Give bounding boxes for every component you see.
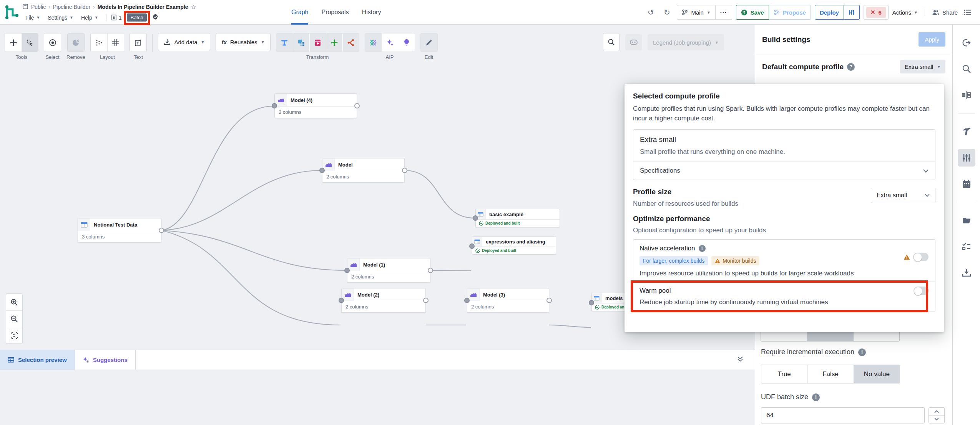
- input-port[interactable]: [339, 298, 344, 303]
- branch-more-button[interactable]: ···: [716, 5, 732, 20]
- apply-button[interactable]: Apply: [919, 32, 945, 47]
- auto-layout-button[interactable]: [91, 33, 107, 52]
- actions-button[interactable]: Actions▼: [892, 9, 918, 16]
- output-port[interactable]: [402, 168, 407, 173]
- redo-icon[interactable]: ↻: [661, 6, 673, 18]
- menu-settings[interactable]: Settings▼: [45, 14, 76, 22]
- reusables-button[interactable]: fx Reusables▼: [216, 33, 270, 51]
- option-no-value[interactable]: No value: [854, 365, 900, 383]
- info-icon[interactable]: i: [812, 393, 820, 401]
- deploy-button[interactable]: Deploy: [815, 5, 844, 20]
- input-port[interactable]: [272, 103, 277, 108]
- grid-layout-button[interactable]: [107, 33, 124, 52]
- search-icon[interactable]: [958, 60, 975, 78]
- info-icon[interactable]: i: [699, 245, 706, 252]
- add-text-button[interactable]: [130, 33, 146, 52]
- branch-selector[interactable]: Main▼: [677, 5, 715, 20]
- output-port[interactable]: [423, 298, 429, 303]
- graph-node-model-3[interactable]: Model (3) 2 columns: [467, 288, 549, 313]
- checklist-icon[interactable]: [958, 238, 975, 255]
- pipeline-builder-logo-icon[interactable]: [3, 3, 21, 22]
- edit-pencil-icon[interactable]: [421, 33, 437, 52]
- graph-node-basic-example[interactable]: basic example Deployed and built: [475, 209, 560, 227]
- input-port[interactable]: [473, 215, 478, 221]
- option-false[interactable]: False: [807, 365, 853, 383]
- aip-sparkles-icon[interactable]: [382, 33, 398, 52]
- undo-icon[interactable]: ↺: [644, 6, 657, 18]
- list-menu-icon[interactable]: [962, 6, 974, 18]
- graph-node-notional-test-data[interactable]: Notional Test Data 3 columns: [78, 218, 161, 243]
- breadcrumb-item[interactable]: Pipeline Builder: [53, 4, 90, 10]
- build-settings-sliders-icon[interactable]: [958, 149, 975, 167]
- help-icon[interactable]: ?: [847, 63, 855, 71]
- aip-logic-icon[interactable]: [365, 33, 382, 52]
- menu-help[interactable]: Help▼: [78, 14, 101, 22]
- files-folder-icon[interactable]: [958, 212, 975, 229]
- compare-icon[interactable]: [958, 86, 975, 104]
- collapse-panel-icon[interactable]: [736, 355, 744, 365]
- checks-badge-icon[interactable]: [152, 14, 159, 21]
- preview-eye-button[interactable]: [625, 34, 642, 50]
- specifications-toggle[interactable]: Specifications: [633, 162, 935, 180]
- output-port[interactable]: [546, 298, 552, 303]
- input-port[interactable]: [464, 298, 470, 303]
- favorite-star-icon[interactable]: ☆: [191, 3, 196, 11]
- breadcrumb-item[interactable]: Public: [31, 4, 46, 10]
- build-count[interactable]: 1: [111, 15, 122, 21]
- share-button[interactable]: Share: [932, 9, 958, 16]
- union-branch-icon[interactable]: [342, 33, 359, 52]
- pivot-icon[interactable]: [326, 33, 342, 52]
- propose-button[interactable]: Propose: [769, 5, 811, 20]
- warm-pool-toggle[interactable]: [914, 287, 929, 295]
- menu-file[interactable]: File▼: [22, 14, 43, 22]
- filter-transform-icon[interactable]: [276, 33, 293, 52]
- stepper-down-button[interactable]: [929, 415, 944, 423]
- input-port[interactable]: [319, 168, 325, 173]
- tab-proposals[interactable]: Proposals: [321, 0, 349, 25]
- build-hammer-icon[interactable]: [958, 123, 975, 140]
- input-port[interactable]: [589, 300, 594, 305]
- join-tables-icon[interactable]: [293, 33, 309, 52]
- move-tool-button[interactable]: [5, 33, 22, 52]
- save-button[interactable]: Save: [736, 5, 769, 20]
- default-compute-profile-select[interactable]: Extra small▼: [900, 60, 945, 73]
- output-port[interactable]: [354, 103, 360, 108]
- select-tool-button[interactable]: [22, 33, 38, 52]
- output-port[interactable]: [159, 228, 164, 233]
- graph-node-model[interactable]: Model 2 columns: [322, 158, 405, 183]
- batch-badge[interactable]: Batch: [127, 13, 146, 22]
- native-acceleration-toggle[interactable]: [913, 253, 929, 261]
- stepper-up-button[interactable]: [929, 408, 944, 415]
- aggregate-icon[interactable]: [309, 33, 326, 52]
- graph-node-expressions-and-aliasing[interactable]: expressions and aliasing Deployed and bu…: [472, 236, 556, 255]
- tab-history[interactable]: History: [362, 0, 381, 25]
- zoom-out-button[interactable]: [6, 310, 22, 327]
- info-icon[interactable]: i: [858, 348, 866, 356]
- aip-suggestions-bulb-icon[interactable]: [398, 33, 415, 52]
- option-true[interactable]: True: [761, 365, 807, 383]
- suggestions-tab[interactable]: Suggestions: [75, 350, 136, 370]
- selection-preview-tab[interactable]: Selection preview: [0, 350, 75, 370]
- legend-dropdown[interactable]: Legend (Job grouping)▼: [648, 34, 724, 50]
- deploy-settings-button[interactable]: [844, 5, 860, 20]
- input-port[interactable]: [344, 268, 350, 273]
- warm-pool-section: Warm pool Reduce job startup time by con…: [633, 282, 935, 312]
- import-download-icon[interactable]: [958, 264, 975, 282]
- graph-node-model-1[interactable]: Model (1) 2 columns: [347, 258, 430, 283]
- tab-graph[interactable]: Graph: [291, 0, 308, 25]
- remove-button[interactable]: [68, 33, 84, 52]
- errors-button[interactable]: ✕6: [864, 5, 889, 20]
- select-connected-button[interactable]: [44, 33, 61, 52]
- graph-search-button[interactable]: [603, 33, 620, 51]
- fit-to-screen-button[interactable]: [6, 327, 22, 343]
- schedule-calendar-icon[interactable]: [958, 175, 975, 193]
- udf-batch-size-input[interactable]: [761, 407, 925, 423]
- input-port[interactable]: [469, 243, 475, 249]
- export-icon[interactable]: [958, 34, 975, 52]
- graph-node-model-4[interactable]: Model (4) 2 columns: [274, 93, 357, 118]
- profile-size-select[interactable]: Extra small: [871, 188, 935, 203]
- add-data-button[interactable]: Add data▼: [158, 33, 210, 51]
- graph-node-model-2[interactable]: Model (2) 2 columns: [341, 288, 426, 313]
- output-port[interactable]: [428, 268, 433, 273]
- zoom-in-button[interactable]: [6, 294, 22, 310]
